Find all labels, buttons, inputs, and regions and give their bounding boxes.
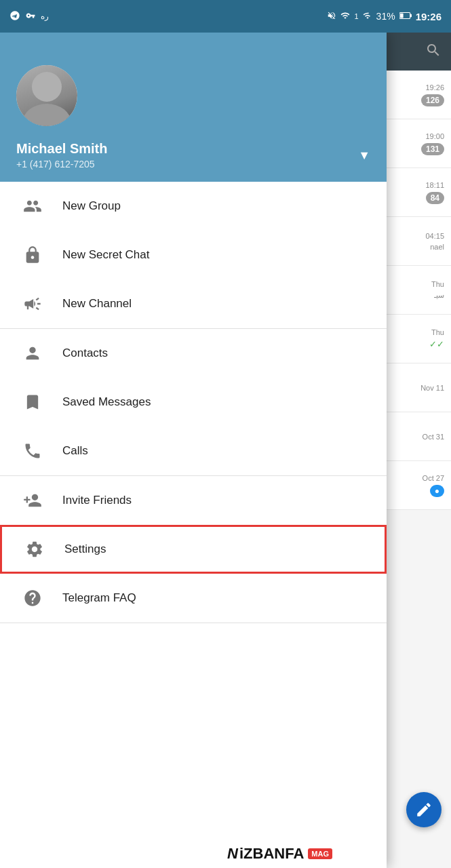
chat-time: 19:26 — [425, 83, 444, 92]
status-bar-right: 1 31% 19:26 — [327, 11, 442, 22]
key-icon — [26, 11, 35, 22]
menu-label-telegram-faq: Telegram FAQ — [62, 591, 136, 605]
drawer-header: Michael Smith +1 (417) 612-7205 ▼ — [0, 33, 387, 182]
chat-item[interactable]: 04:15 nael — [376, 217, 451, 266]
signal-icon: 1 — [354, 12, 358, 20]
chat-snippet: سیـ — [434, 291, 444, 300]
person-icon — [16, 337, 49, 370]
chat-time: Nov 11 — [420, 384, 444, 392]
menu-item-settings[interactable]: Settings — [0, 525, 387, 574]
menu-label-invite-friends: Invite Friends — [62, 494, 132, 507]
chat-item[interactable]: Nov 11 — [376, 363, 451, 412]
settings-icon — [18, 533, 51, 566]
menu-item-calls[interactable]: Calls — [0, 427, 387, 475]
chat-list-items: 19:26 126 19:00 131 18:11 84 04:15 nael … — [376, 71, 451, 510]
group-icon — [16, 190, 49, 222]
mute-icon — [327, 11, 336, 22]
menu-label-contacts: Contacts — [62, 347, 108, 360]
menu-label-calls: Calls — [62, 444, 88, 458]
chat-time: Oct 27 — [423, 474, 444, 482]
menu-item-contacts[interactable]: Contacts — [0, 329, 387, 378]
persian-icon: ره — [41, 12, 49, 21]
svg-rect-1 — [400, 14, 404, 18]
telegram-icon — [9, 10, 20, 23]
status-bar: ره 1 31% 19:26 — [0, 0, 451, 33]
drawer-phone: +1 (417) 612-7205 — [16, 159, 107, 170]
chat-item[interactable]: Thu سیـ — [376, 266, 451, 315]
menu-section-misc: Invite Friends Settings Telegram FAQ — [0, 476, 387, 623]
svg-point-3 — [32, 72, 62, 102]
phone-icon — [16, 435, 49, 467]
bookmark-icon — [16, 386, 49, 418]
help-icon — [16, 582, 49, 614]
chat-time: 19:00 — [425, 132, 444, 140]
menu-label-new-channel: New Channel — [62, 297, 132, 311]
menu-item-new-group[interactable]: New Group — [0, 182, 387, 231]
chat-item[interactable]: Oct 27 ● — [376, 461, 451, 510]
clock: 19:26 — [416, 11, 442, 22]
menu-label-new-secret-chat: New Secret Chat — [62, 248, 150, 262]
menu-item-new-channel[interactable]: New Channel — [0, 279, 387, 328]
drawer-menu: Michael Smith +1 (417) 612-7205 ▼ New Gr… — [0, 33, 387, 868]
battery-icon — [399, 11, 412, 22]
cell-signal-icon — [363, 11, 372, 22]
menu-item-telegram-faq[interactable]: Telegram FAQ — [0, 574, 387, 623]
drawer-user-info: Michael Smith +1 (417) 612-7205 ▼ — [16, 141, 370, 170]
lock-icon — [16, 239, 49, 271]
wifi-icon — [340, 11, 350, 22]
menu-section-main: Contacts Saved Messages Calls — [0, 329, 387, 476]
drawer-username: Michael Smith — [16, 141, 107, 157]
avatar — [16, 65, 77, 126]
chat-badge: 131 — [421, 143, 444, 155]
chat-time: 18:11 — [425, 181, 444, 189]
watermark-n: N — [227, 845, 238, 863]
megaphone-icon — [16, 288, 49, 320]
chat-item[interactable]: 19:00 131 — [376, 119, 451, 168]
chat-time: 04:15 — [425, 232, 444, 240]
chat-item[interactable]: Thu ✓✓ — [376, 315, 451, 363]
chat-badge: 84 — [426, 192, 444, 204]
chat-list-bg: 19:26 126 19:00 131 18:11 84 04:15 nael … — [376, 33, 451, 868]
chat-item[interactable]: Oct 31 — [376, 412, 451, 461]
watermark: N iZBANFA MAG — [227, 845, 332, 863]
svg-rect-2 — [410, 14, 411, 18]
chat-list-header — [376, 33, 451, 71]
fab-edit-button[interactable] — [406, 792, 442, 827]
menu-section-create: New Group New Secret Chat New Channel — [0, 182, 387, 329]
chat-snippet: nael — [430, 243, 444, 251]
search-icon[interactable] — [425, 42, 442, 61]
status-bar-left: ره — [9, 10, 49, 23]
chat-time: Thu — [431, 280, 444, 288]
chat-item[interactable]: 18:11 84 — [376, 168, 451, 217]
watermark-mag: MAG — [308, 848, 332, 859]
battery-percent: 31% — [376, 11, 395, 22]
person-add-icon — [16, 484, 49, 517]
chat-item[interactable]: 19:26 126 — [376, 71, 451, 119]
menu-label-settings: Settings — [64, 542, 106, 556]
menu-label-new-group: New Group — [62, 199, 121, 213]
menu-item-saved-messages[interactable]: Saved Messages — [0, 378, 387, 427]
app-container: 19:26 126 19:00 131 18:11 84 04:15 nael … — [0, 33, 451, 868]
user-details: Michael Smith +1 (417) 612-7205 — [16, 141, 107, 170]
menu-item-new-secret-chat[interactable]: New Secret Chat — [0, 231, 387, 279]
chat-time: Thu — [431, 328, 444, 336]
chat-badge: ● — [430, 485, 444, 497]
menu-item-invite-friends[interactable]: Invite Friends — [0, 476, 387, 525]
chat-badge: 126 — [421, 94, 444, 106]
dropdown-icon[interactable]: ▼ — [358, 149, 370, 163]
avatar-image — [16, 65, 77, 126]
chat-checkmarks: ✓✓ — [429, 339, 444, 349]
watermark-text: iZBANFA — [239, 845, 304, 863]
chat-time: Oct 31 — [423, 433, 444, 441]
drawer-menu-list: New Group New Secret Chat New Channel — [0, 182, 387, 868]
svg-point-4 — [22, 104, 71, 126]
menu-label-saved-messages: Saved Messages — [62, 395, 151, 409]
